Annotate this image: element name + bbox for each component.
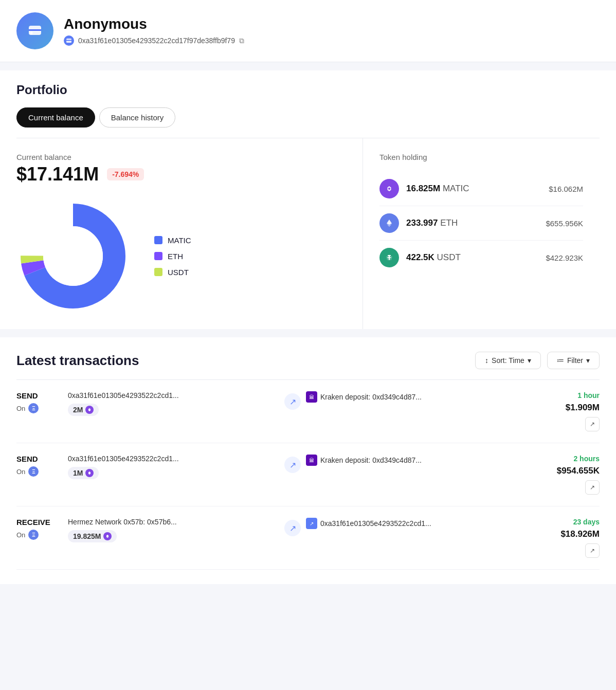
token-icon-matic bbox=[379, 179, 399, 198]
token-value-matic: $16.062M bbox=[549, 185, 583, 193]
token-value-eth: $655.956K bbox=[546, 219, 583, 228]
tab-current-balance[interactable]: Current balance bbox=[16, 107, 95, 128]
avatar bbox=[16, 12, 53, 49]
sort-chevron-icon: ▾ bbox=[528, 356, 531, 365]
legend-dot-eth bbox=[154, 252, 162, 260]
tx-from-col-2: Hermez Network 0x57b: 0x57b6... 19.825M bbox=[68, 518, 279, 542]
tx-to-name-2: ↗ 0xa31f61e01305e4293522c2cd1... bbox=[306, 518, 517, 529]
balance-label: Current balance bbox=[16, 153, 346, 161]
svg-rect-2 bbox=[29, 29, 41, 31]
tx-amount-badge-2: 19.825M bbox=[68, 530, 117, 542]
header: Anonymous 0xa31f61e01305e4293522c2cd17f9… bbox=[0, 0, 616, 62]
balance-change: -7.694% bbox=[107, 168, 144, 180]
token-amount-matic: 16.825M MATIC bbox=[406, 184, 469, 193]
tx-from-addr-0: 0xa31f61e01305e4293522c2cd1... bbox=[68, 391, 191, 400]
tx-arrow-0: ↗ bbox=[284, 393, 301, 410]
wallet-address-row: 0xa31f61e01305e4293522c2cd17f97de38ffb9f… bbox=[64, 35, 244, 46]
tx-on-2: On Ξ bbox=[16, 530, 68, 540]
address-icon bbox=[64, 35, 74, 46]
legend-dot-usdt bbox=[154, 268, 162, 276]
table-row: SEND On Ξ 0xa31f61e01305e4293522c2cd1...… bbox=[16, 443, 600, 506]
tx-type-1: SEND bbox=[16, 455, 68, 463]
transactions-header: Latest transactions ↕ Sort: Time ▾ ≔ Fil… bbox=[16, 352, 600, 369]
svg-point-3 bbox=[30, 32, 33, 34]
legend-label-usdt: USDT bbox=[168, 268, 189, 277]
tx-to-col-0: 🏛 Kraken deposit: 0xd349c4d87... bbox=[306, 391, 517, 403]
token-amount-usdt: 422.5K USDT bbox=[406, 252, 461, 262]
tx-type-0: SEND bbox=[16, 391, 68, 400]
token-info-usdt: 422.5K USDT bbox=[406, 252, 538, 263]
tx-right-col-2: 23 days $18.926M ↗ bbox=[517, 518, 600, 558]
token-item-usdt: 422.5K USDT $422.923K bbox=[379, 241, 583, 275]
tx-time-1: 2 hours bbox=[573, 455, 600, 463]
donut-chart bbox=[16, 199, 130, 313]
eth-badge-0: Ξ bbox=[28, 403, 39, 413]
kraken-icon-0: 🏛 bbox=[306, 391, 317, 403]
tx-ext-link-2[interactable]: ↗ bbox=[585, 543, 600, 558]
token-panel: Token holding 16.825M MATIC $16.06 bbox=[363, 138, 600, 329]
copy-button[interactable]: ⧉ bbox=[239, 37, 244, 45]
tx-value-0: $1.909M bbox=[566, 403, 600, 413]
filter-icon: ≔ bbox=[557, 356, 564, 365]
tx-from-col-1: 0xa31f61e01305e4293522c2cd1... 1M bbox=[68, 455, 279, 479]
tx-amount-badge-1: 1M bbox=[68, 467, 99, 479]
legend-label-eth: ETH bbox=[168, 252, 183, 261]
legend-matic: MATIC bbox=[154, 236, 191, 245]
tx-ext-link-1[interactable]: ↗ bbox=[585, 480, 600, 495]
tx-time-2: 23 days bbox=[573, 518, 600, 526]
portfolio-section: Portfolio Current balance Balance histor… bbox=[0, 70, 616, 329]
legend-dot-matic bbox=[154, 236, 162, 244]
chart-legend-row: MATIC ETH USDT bbox=[16, 199, 346, 313]
svg-point-11 bbox=[388, 188, 390, 190]
balance-amount: $17.141M bbox=[16, 164, 99, 185]
tx-from-col-0: 0xa31f61e01305e4293522c2cd1... 2M bbox=[68, 391, 279, 416]
token-icon-eth bbox=[379, 213, 399, 233]
tx-arrow-1: ↗ bbox=[284, 457, 301, 473]
tx-type-2: RECEIVE bbox=[16, 518, 68, 526]
tx-arrow-2: ↗ bbox=[284, 520, 301, 536]
legend-usdt: USDT bbox=[154, 268, 191, 277]
legend-label-matic: MATIC bbox=[168, 236, 191, 245]
tx-on-label-0: On bbox=[16, 405, 25, 412]
token-value-usdt: $422.923K bbox=[546, 253, 583, 262]
token-info-eth: 233.997 ETH bbox=[406, 218, 538, 228]
tx-to-name-1: 🏛 Kraken deposit: 0xd349c4d87... bbox=[306, 455, 517, 466]
svg-point-9 bbox=[43, 226, 103, 286]
token-panel-title: Token holding bbox=[379, 153, 583, 161]
tx-on-label-2: On bbox=[16, 531, 25, 539]
transactions-title: Latest transactions bbox=[16, 353, 139, 369]
tx-time-0: 1 hour bbox=[577, 391, 600, 400]
filter-label: Filter bbox=[567, 356, 583, 365]
legend-eth: ETH bbox=[154, 252, 191, 261]
tx-to-col-2: ↗ 0xa31f61e01305e4293522c2cd1... bbox=[306, 518, 517, 529]
tx-ext-link-0[interactable]: ↗ bbox=[585, 417, 600, 431]
token-amount-eth: 233.997 ETH bbox=[406, 218, 458, 228]
tx-from-addr-1: 0xa31f61e01305e4293522c2cd1... bbox=[68, 455, 191, 463]
eth-badge-1: Ξ bbox=[28, 466, 39, 477]
balance-row: $17.141M -7.694% bbox=[16, 164, 346, 185]
tx-from-addr-2: Hermez Network 0x57b: 0x57b6... bbox=[68, 518, 191, 526]
header-info: Anonymous 0xa31f61e01305e4293522c2cd17f9… bbox=[64, 16, 244, 46]
tx-right-col-0: 1 hour $1.909M ↗ bbox=[517, 391, 600, 431]
kraken-icon-1: 🏛 bbox=[306, 455, 317, 466]
tab-balance-history[interactable]: Balance history bbox=[99, 107, 176, 128]
destination-icon-2: ↗ bbox=[306, 518, 317, 529]
portfolio-body: Current balance $17.141M -7.694% bbox=[16, 138, 600, 329]
portfolio-tabs: Current balance Balance history bbox=[16, 107, 600, 128]
filter-button[interactable]: ≔ Filter ▾ bbox=[547, 352, 600, 369]
sort-button[interactable]: ↕ Sort: Time ▾ bbox=[475, 352, 541, 369]
eth-badge-2: Ξ bbox=[28, 530, 39, 540]
token-info-matic: 16.825M MATIC bbox=[406, 184, 541, 194]
transactions-section: Latest transactions ↕ Sort: Time ▾ ≔ Fil… bbox=[0, 337, 616, 584]
token-item-matic: 16.825M MATIC $16.062M bbox=[379, 172, 583, 206]
balance-panel: Current balance $17.141M -7.694% bbox=[16, 138, 363, 329]
svg-rect-5 bbox=[66, 40, 71, 41]
tx-on-1: On Ξ bbox=[16, 466, 68, 477]
filter-chevron-icon: ▾ bbox=[586, 356, 590, 365]
tx-to-col-1: 🏛 Kraken deposit: 0xd349c4d87... bbox=[306, 455, 517, 466]
sort-label: Sort: Time bbox=[492, 356, 524, 365]
transactions-controls: ↕ Sort: Time ▾ ≔ Filter ▾ bbox=[475, 352, 600, 369]
tx-to-name-0: 🏛 Kraken deposit: 0xd349c4d87... bbox=[306, 391, 517, 403]
sort-icon: ↕ bbox=[485, 356, 488, 365]
tx-on-label-1: On bbox=[16, 468, 25, 476]
